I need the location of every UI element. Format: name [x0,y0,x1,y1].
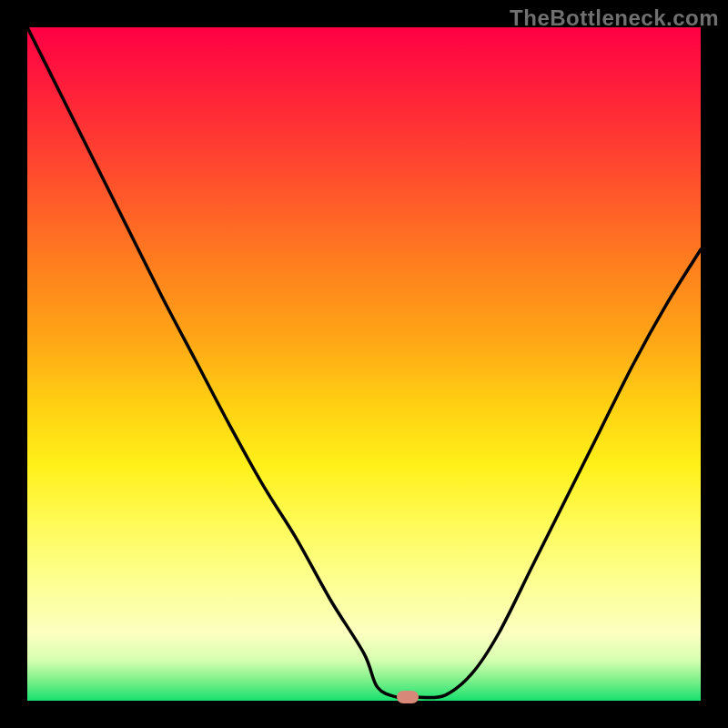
chart-frame: TheBottleneck.com [0,0,728,728]
minimum-marker [397,691,419,703]
curve-path [27,27,701,698]
chart-curve [27,27,701,701]
chart-plot-area [27,27,701,701]
